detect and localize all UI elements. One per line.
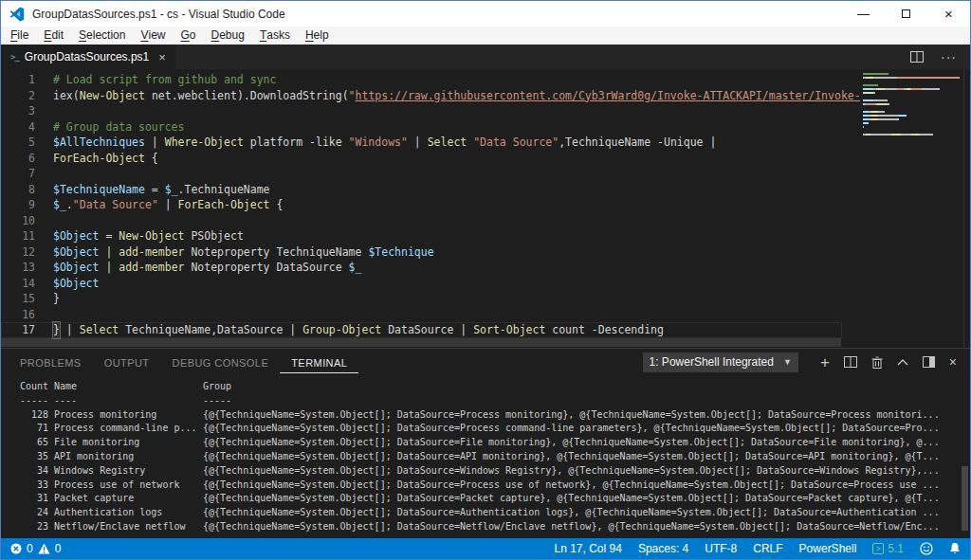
code-line[interactable]: 6ForEach-Object { [1, 151, 970, 167]
code-token: # Group data sources [53, 119, 184, 135]
panel-tab-problems[interactable]: PROBLEMS [9, 352, 93, 372]
cursor-position[interactable]: Ln 17, Col 94 [555, 542, 622, 555]
menu-item-file[interactable]: File [3, 27, 36, 44]
line-number: 2 [1, 88, 35, 104]
terminal-cell-name: API monitoring [54, 450, 197, 464]
panel-tab-output[interactable]: OUTPUT [93, 352, 161, 372]
editor-horizontal-scrollbar[interactable] [1, 338, 841, 347]
encoding[interactable]: UTF-8 [705, 542, 737, 555]
window-title: GroupDatasSources.ps1 - cs - Visual Stud… [32, 8, 285, 21]
code-line[interactable]: 5$AllTechniques | Where-Object platform … [1, 135, 970, 151]
maximize-panel-chevron-up-icon[interactable] [897, 358, 908, 366]
code-token: $Object [53, 244, 99, 261]
code-line[interactable]: 10 [1, 213, 970, 229]
minimap-line [863, 134, 962, 135]
indentation[interactable]: Spaces: 4 [638, 542, 688, 555]
terminal-cell-group: {@{TechniqueName=System.Object[]; DataSo… [203, 464, 970, 479]
terminal-output[interactable]: CountNameGroup--------------128Process m… [1, 375, 970, 538]
powershell-session-version[interactable]: > 5.1 [872, 542, 904, 555]
minimap-line [863, 118, 962, 120]
code-token: $Object [53, 260, 99, 276]
minimap-token [863, 122, 869, 124]
eol-sequence[interactable]: CRLF [753, 542, 782, 555]
warning-count[interactable]: 0 [38, 542, 62, 555]
language-mode[interactable]: PowerShell [799, 542, 857, 555]
minimap-token [870, 118, 878, 120]
code-line[interactable]: 3 [1, 103, 970, 119]
terminal-cell-name: Name [54, 380, 197, 394]
terminal-cell-group: {@{TechniqueName=System.Object[]; DataSo… [203, 520, 970, 534]
tab-close-icon[interactable]: × [158, 50, 166, 64]
code-line[interactable]: 14$Object [1, 276, 970, 292]
terminal-row: 35API monitoring{@{TechniqueName=System.… [20, 450, 970, 464]
code-line[interactable]: 16 [1, 307, 970, 323]
code-line[interactable]: 8$TechniqueName = $_.TechniqueName [1, 182, 970, 198]
code-line[interactable]: 2iex(New-Object net.webclient).DownloadS… [1, 88, 970, 104]
menu-item-help[interactable]: Help [298, 27, 337, 44]
panel-tab-debug-console[interactable]: DEBUG CONSOLE [161, 352, 281, 372]
close-panel-icon[interactable]: × [949, 355, 957, 369]
error-count[interactable]: 0 [10, 542, 33, 555]
minimap-line [863, 122, 962, 124]
code-line[interactable]: 13$Object | add-member Noteproperty Data… [1, 260, 970, 276]
tab-groupdatassources[interactable]: >_ GroupDatasSources.ps1 × [1, 45, 175, 69]
maximize-icon [902, 9, 910, 18]
menu-item-go[interactable]: Go [173, 27, 203, 44]
notifications-bell-icon[interactable] [949, 542, 961, 555]
code-line[interactable]: 9$_."Data Source" | ForEach-Object { [1, 197, 970, 213]
split-editor-icon[interactable] [910, 51, 924, 63]
panel-tab-terminal[interactable]: TERMINAL [280, 352, 358, 373]
code-line[interactable]: 7 [1, 166, 970, 182]
code-token: $AllTechniques [53, 135, 145, 151]
terminal-picker[interactable]: 1: PowerShell Integrated ▼ [643, 352, 798, 372]
menu-item-edit[interactable]: Edit [36, 27, 71, 44]
code-token: | [158, 197, 178, 213]
editor[interactable]: 1# Load script from github and sync2iex(… [1, 69, 970, 348]
gutter-spacer [35, 151, 53, 167]
terminal-scrollbar[interactable] [962, 466, 968, 531]
terminal-cell-count: 33 [20, 479, 48, 493]
code-line[interactable]: 15} [1, 291, 970, 307]
maximize-button[interactable] [885, 1, 927, 27]
minimap-token [920, 134, 933, 135]
minimap-token [897, 118, 899, 120]
minimap-token [911, 88, 921, 90]
code-token: Select [80, 322, 119, 338]
terminal-cell-count: 71 [20, 422, 48, 436]
minimap[interactable] [860, 69, 964, 348]
menu-item-view[interactable]: View [133, 27, 173, 44]
close-button[interactable]: × [927, 1, 970, 27]
gutter-spacer [35, 166, 53, 182]
terminal-cell-count: 24 [20, 506, 48, 520]
code-line[interactable]: 11$Object = New-Object PSObject [1, 228, 970, 244]
minimap-token [870, 115, 878, 117]
split-terminal-icon[interactable] [844, 356, 857, 368]
code-token: Sort-Object [473, 322, 545, 338]
code-line[interactable]: 4# Group data sources [1, 119, 970, 135]
code-token: = [145, 182, 165, 198]
code-token: } [53, 322, 60, 338]
terminal-row: 65File monitoring{@{TechniqueName=System… [20, 436, 970, 450]
terminal-cell-name: Process monitoring [54, 408, 197, 423]
code-line[interactable]: 17} | Select TechniqueName,DataSource | … [1, 322, 842, 338]
new-terminal-plus-icon[interactable]: + [820, 354, 830, 370]
more-actions-icon[interactable]: ··· [941, 49, 957, 64]
minimap-token [870, 111, 878, 113]
titlebar[interactable]: GroupDatasSources.ps1 - cs - Visual Stud… [1, 1, 970, 27]
code-token: platform -like [244, 135, 349, 151]
minimap-token [899, 115, 907, 117]
terminal-cell-count: 31 [20, 492, 48, 506]
code-token: Group-Object [302, 322, 381, 338]
menu-item-debug[interactable]: Debug [204, 27, 252, 44]
code-line[interactable]: 12$Object | add-member Noteproperty Tech… [1, 244, 970, 261]
line-number: 17 [1, 322, 35, 338]
minimize-button[interactable]: — [842, 1, 885, 27]
menu-item-selection[interactable]: Selection [71, 27, 133, 44]
code-area[interactable]: 1# Load script from github and sync2iex(… [1, 69, 970, 338]
code-line[interactable]: 1# Load script from github and sync [1, 72, 970, 88]
kill-terminal-trash-icon[interactable] [871, 356, 883, 369]
code-token: add-member [119, 260, 184, 276]
toggle-panel-icon[interactable] [923, 356, 935, 368]
feedback-smiley-icon[interactable] [920, 542, 933, 555]
menu-item-tasks[interactable]: Tasks [252, 27, 298, 44]
